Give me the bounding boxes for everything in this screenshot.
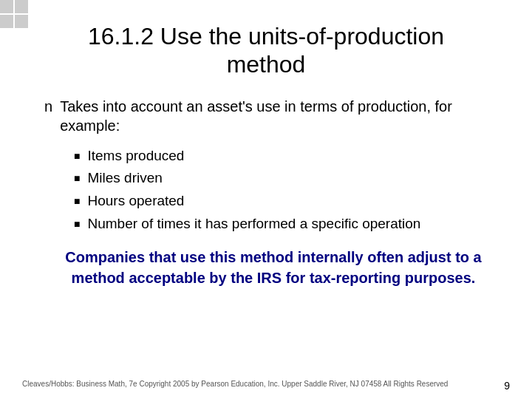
page-number: 9 [504, 380, 510, 392]
sub-bullet-marker-4: ■ [74, 217, 80, 231]
svg-rect-2 [0, 15, 13, 28]
svg-rect-1 [15, 0, 28, 13]
title-line2: method [227, 51, 306, 78]
sub-bullet-text-3: Hours operated [87, 192, 184, 211]
content-section: n Takes into account an asset's use in t… [30, 97, 502, 384]
sub-bullet-marker-1: ■ [74, 149, 80, 163]
slide: 16.1.2 Use the units-of-production metho… [0, 0, 532, 399]
list-item: ■ Number of times it has performed a spe… [74, 215, 502, 233]
list-item: ■ Miles driven [74, 169, 502, 188]
corner-decoration [0, 0, 30, 30]
sub-bullet-marker-2: ■ [74, 171, 80, 185]
svg-rect-0 [0, 0, 13, 13]
sub-bullet-text-4: Number of times it has performed a speci… [87, 215, 420, 233]
sub-bullet-text-1: Items produced [87, 147, 184, 166]
main-bullet-text: Takes into account an asset's use in ter… [60, 97, 502, 135]
main-bullet: n Takes into account an asset's use in t… [44, 97, 502, 135]
emphasis-block: Companies that use this method internall… [59, 247, 488, 288]
emphasis-text: Companies that use this method internall… [65, 249, 481, 286]
list-item: ■ Hours operated [74, 192, 502, 211]
sub-bullet-text-2: Miles driven [87, 169, 162, 188]
title-section: 16.1.2 Use the units-of-production metho… [30, 22, 502, 79]
footer-copyright: Cleaves/Hobbs: Business Math, 7e Copyrig… [22, 380, 448, 392]
main-bullet-marker: n [44, 97, 52, 116]
title-line1: 16.1.2 Use the units-of-production [88, 23, 444, 50]
list-item: ■ Items produced [74, 147, 502, 166]
sub-bullet-marker-3: ■ [74, 194, 80, 208]
svg-rect-3 [15, 15, 28, 28]
footer: Cleaves/Hobbs: Business Math, 7e Copyrig… [0, 380, 532, 392]
sub-bullets-list: ■ Items produced ■ Miles driven ■ Hours … [74, 147, 502, 233]
slide-title: 16.1.2 Use the units-of-production metho… [30, 22, 502, 79]
